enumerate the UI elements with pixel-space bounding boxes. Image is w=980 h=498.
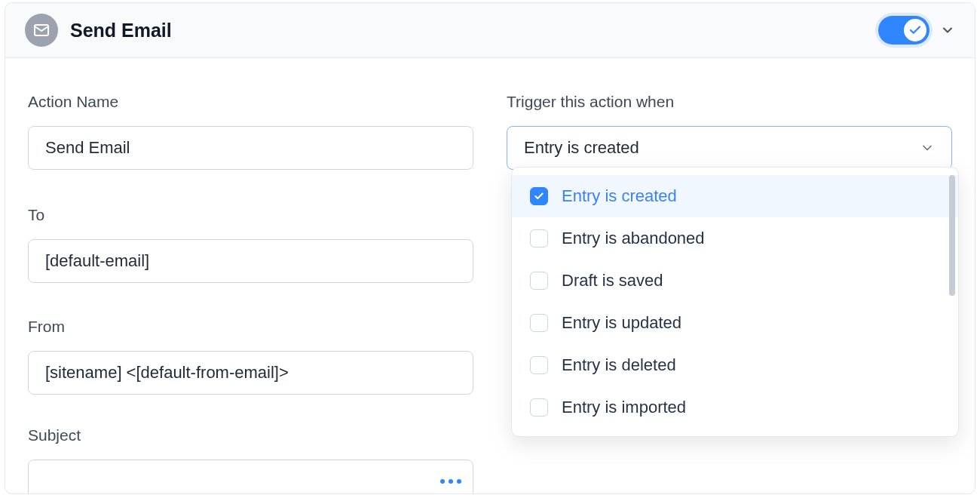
collapse-toggle[interactable]	[940, 23, 955, 38]
toggle-knob	[904, 19, 926, 42]
subject-label: Subject	[28, 426, 473, 444]
enable-toggle[interactable]	[878, 16, 929, 45]
trigger-select-value: Entry is created	[524, 138, 639, 158]
to-input[interactable]	[28, 239, 473, 283]
card-header: Send Email	[5, 3, 975, 58]
dropdown-scrollbar[interactable]	[949, 175, 955, 296]
subject-merge-tags-button[interactable]	[440, 479, 461, 484]
option-checkbox[interactable]	[530, 356, 548, 374]
trigger-option[interactable]: Draft is saved	[512, 260, 958, 302]
left-column: Action Name To From Subject	[28, 93, 473, 494]
check-icon	[534, 191, 544, 201]
card-body: Action Name To From Subject Trigger this…	[5, 58, 975, 494]
trigger-option[interactable]: Entry is imported	[512, 386, 958, 429]
trigger-option[interactable]: Entry is updated	[512, 302, 958, 344]
trigger-label: Trigger this action when	[507, 93, 952, 111]
from-label: From	[28, 318, 473, 336]
trigger-dropdown: Entry is createdEntry is abandonedDraft …	[511, 167, 959, 437]
action-card: Send Email Action Name To	[5, 2, 975, 494]
option-label: Entry is updated	[562, 313, 681, 333]
trigger-option[interactable]: Entry is created	[512, 175, 958, 217]
to-label: To	[28, 206, 473, 224]
option-checkbox[interactable]	[530, 314, 548, 332]
subject-input[interactable]	[28, 460, 473, 494]
check-icon	[908, 23, 922, 37]
trigger-select[interactable]: Entry is created	[507, 126, 952, 170]
from-input[interactable]	[28, 351, 473, 395]
option-checkbox[interactable]	[530, 398, 548, 417]
option-checkbox[interactable]	[530, 229, 548, 247]
card-title: Send Email	[70, 20, 172, 42]
right-column: Trigger this action when Entry is create…	[507, 93, 952, 494]
chevron-down-icon	[940, 22, 955, 38]
option-label: Draft is saved	[562, 271, 663, 290]
chevron-down-icon	[920, 140, 935, 155]
mail-icon	[25, 14, 58, 47]
option-checkbox[interactable]	[530, 187, 548, 205]
trigger-option[interactable]: Entry is deleted	[512, 344, 958, 386]
action-name-label: Action Name	[28, 93, 473, 111]
action-name-input[interactable]	[28, 126, 473, 170]
option-label: Entry is created	[562, 186, 677, 206]
option-label: Entry is deleted	[562, 355, 676, 375]
trigger-option[interactable]: Entry is abandoned	[512, 217, 958, 260]
option-checkbox[interactable]	[530, 272, 548, 290]
option-label: Entry is imported	[562, 398, 686, 417]
option-label: Entry is abandoned	[562, 229, 705, 248]
